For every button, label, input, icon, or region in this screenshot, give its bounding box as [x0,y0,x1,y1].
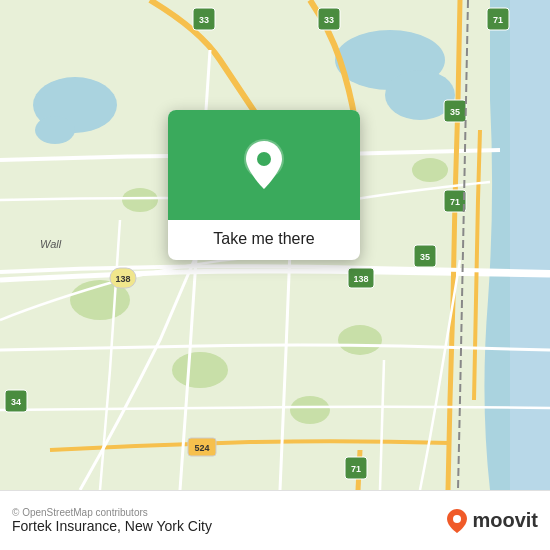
svg-text:35: 35 [420,252,430,262]
map-container: 33 33 71 35 71 35 138 138 34 524 71 Wall [0,0,550,490]
svg-point-8 [172,352,228,388]
bottom-bar: © OpenStreetMap contributors Fortek Insu… [0,490,550,550]
take-me-there-button[interactable]: Take me there [213,230,314,248]
svg-text:71: 71 [493,15,503,25]
svg-point-10 [122,188,158,212]
svg-point-9 [290,396,330,424]
popup-card: Take me there [168,110,360,260]
svg-text:71: 71 [450,197,460,207]
svg-point-6 [338,325,382,355]
location-name: Fortek Insurance, New York City [12,518,212,534]
svg-text:33: 33 [324,15,334,25]
moovit-text: moovit [472,509,538,532]
map-pin-icon [242,139,286,191]
svg-text:35: 35 [450,107,460,117]
bottom-left: © OpenStreetMap contributors Fortek Insu… [12,507,212,534]
svg-text:34: 34 [11,397,21,407]
svg-text:524: 524 [194,443,209,453]
moovit-pin-icon [446,508,468,534]
osm-credit: © OpenStreetMap contributors [12,507,212,518]
popup-green-area [168,110,360,220]
moovit-logo[interactable]: moovit [446,508,538,534]
svg-text:138: 138 [353,274,368,284]
svg-text:33: 33 [199,15,209,25]
svg-point-37 [453,515,461,523]
svg-text:Wall: Wall [40,238,62,250]
svg-point-36 [257,152,271,166]
svg-text:71: 71 [351,464,361,474]
popup-label-area: Take me there [168,220,360,260]
svg-point-5 [412,158,448,182]
svg-text:138: 138 [115,274,130,284]
svg-point-2 [35,116,75,144]
